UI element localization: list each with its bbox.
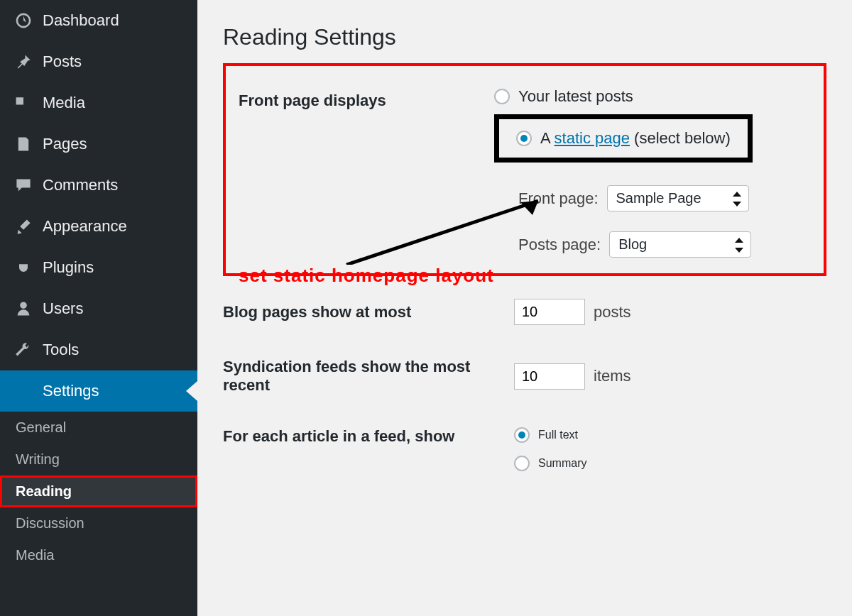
svg-marker-1 [520,201,538,215]
sidebar-item-label: Tools [43,341,79,359]
radio-icon-checked[interactable] [516,131,532,146]
blog-pages-input[interactable] [514,299,585,325]
radio-icon-checked [514,427,530,443]
svg-line-0 [346,201,538,265]
posts-page-select[interactable]: Blog [609,231,751,258]
settings-sub-reading[interactable]: Reading [0,475,197,507]
sidebar-item-plugins[interactable]: Plugins [0,247,197,288]
page-title: Reading Settings [223,24,826,50]
option-label: A static page (select below) [540,129,731,148]
radio-icon [514,456,530,471]
sidebar-item-label: Media [43,94,85,112]
annotation-emphasis-box: A static page (select below) [494,114,753,163]
syndication-input[interactable] [514,363,585,390]
pages-icon [14,135,33,153]
sidebar-item-label: Comments [43,176,118,194]
sidebar-item-settings[interactable]: Settings [0,370,197,412]
sidebar-item-label: Settings [43,382,99,400]
pin-icon [14,53,33,71]
option-label: Full text [538,429,578,441]
settings-sub-general[interactable]: General [0,412,197,444]
radio-icon [494,89,510,104]
option-full-text[interactable]: Full text [514,427,586,443]
sidebar-item-label: Dashboard [43,11,119,30]
article-feed-label: For each article in a feed, show [223,427,486,446]
sidebar-item-comments[interactable]: Comments [0,165,197,206]
media-icon [14,94,33,112]
sidebar-item-label: Users [43,299,83,318]
wrench-icon [14,341,33,359]
sidebar-item-posts[interactable]: Posts [0,41,197,82]
user-icon [14,299,33,318]
sidebar-item-appearance[interactable]: Appearance [0,206,197,247]
sidebar-item-label: Plugins [43,258,94,277]
admin-sidebar: Dashboard Posts Media Pages Comments App… [0,0,197,616]
annotation-text: set static homepage layout [239,265,494,287]
sidebar-item-media[interactable]: Media [0,82,197,123]
brush-icon [14,217,33,236]
main-content: Reading Settings Front page displays You… [197,0,852,616]
sidebar-item-dashboard[interactable]: Dashboard [0,0,197,41]
static-page-link[interactable]: static page [555,129,630,147]
settings-sub-media[interactable]: Media [0,539,197,571]
settings-icon [14,382,33,400]
front-page-displays-label: Front page displays [239,87,466,110]
syndication-label: Syndication feeds show the most recent [223,358,486,395]
sidebar-item-label: Appearance [43,217,127,236]
option-label: Your latest posts [518,87,633,106]
option-label: Summary [538,457,586,470]
syndication-suffix: items [594,367,631,385]
blog-pages-label: Blog pages show at most [223,303,486,321]
option-latest-posts[interactable]: Your latest posts [494,87,811,106]
option-summary[interactable]: Summary [514,456,586,471]
sidebar-item-label: Pages [43,135,87,153]
sidebar-item-pages[interactable]: Pages [0,123,197,165]
annotation-highlight-box: Front page displays Your latest posts A … [223,63,826,276]
dashboard-icon [14,11,33,30]
settings-sub-discussion[interactable]: Discussion [0,507,197,539]
comment-icon [14,176,33,194]
sidebar-item-users[interactable]: Users [0,288,197,329]
settings-sub-writing[interactable]: Writing [0,444,197,475]
front-page-select[interactable]: Sample Page [607,185,749,211]
sidebar-item-tools[interactable]: Tools [0,329,197,370]
sidebar-item-label: Posts [43,53,82,71]
plug-icon [14,258,33,277]
annotation-arrow-icon [339,194,552,265]
blog-pages-suffix: posts [594,303,631,321]
